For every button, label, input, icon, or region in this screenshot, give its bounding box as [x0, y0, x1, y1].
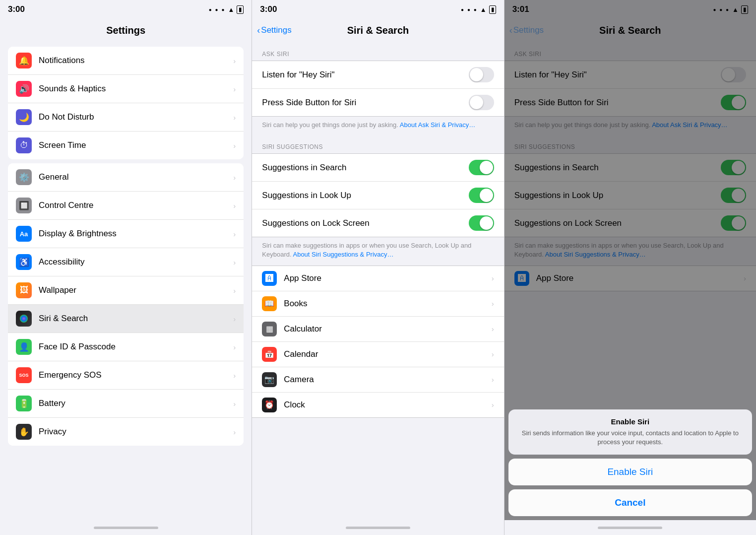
time-2: 3:00: [260, 4, 277, 14]
notifications-icon: 🔔: [16, 53, 32, 68]
settings-row-display[interactable]: Aa Display & Brightness ›: [8, 220, 244, 248]
settings-row-notifications[interactable]: 🔔 Notifications ›: [8, 47, 244, 75]
app-list-group-3: 🅰 App Store ›: [504, 266, 756, 291]
side-button-toggle[interactable]: [469, 95, 494, 110]
battery-icon-1: ▮: [237, 5, 244, 14]
battery-icon: 🔋: [16, 396, 32, 411]
settings-row-screentime[interactable]: ⏱ Screen Time ›: [8, 132, 244, 159]
clock-icon: ⏰: [262, 398, 277, 412]
settings-row-controlcentre[interactable]: 🔲 Control Centre ›: [8, 192, 244, 220]
settings-row-siri[interactable]: Siri & Search ›: [8, 305, 244, 333]
camera-icon: 📷: [262, 372, 277, 387]
dnd-label: Do Not Disturb: [39, 112, 233, 122]
books-chevron: ›: [492, 299, 494, 308]
battery-icon-3: ▮: [741, 5, 748, 14]
calculator-name: Calculator: [284, 324, 491, 334]
general-icon: ⚙️: [16, 169, 32, 185]
faceid-icon: 👤: [16, 339, 32, 355]
side-button-row[interactable]: Press Side Button for Siri: [252, 89, 504, 116]
settings-row-sos[interactable]: SOS Emergency SOS ›: [8, 361, 244, 390]
settings-row-dnd[interactable]: 🌙 Do Not Disturb ›: [8, 103, 244, 132]
wifi-icon-1: ▲: [228, 6, 234, 13]
clock-name: Clock: [284, 400, 491, 410]
settings-row-battery[interactable]: 🔋 Battery ›: [8, 390, 244, 418]
suggestions-search-label: Suggestions in Search: [262, 163, 468, 173]
home-bar-2: [346, 527, 410, 529]
hey-siri-toggle-3: [721, 67, 746, 82]
signal-icon-2: ● ● ●: [461, 7, 478, 12]
app-row-clock[interactable]: ⏰ Clock ›: [252, 393, 504, 417]
clock-chevron: ›: [492, 401, 494, 409]
calculator-chevron: ›: [492, 325, 494, 333]
sos-label: Emergency SOS: [39, 370, 233, 380]
siri-icon: [16, 311, 32, 327]
settings-row-wallpaper[interactable]: 🖼 Wallpaper ›: [8, 276, 244, 305]
dnd-icon: 🌙: [16, 109, 32, 125]
ask-siri-desc: Siri can help you get things done just b…: [252, 117, 504, 135]
back-button-2[interactable]: ‹ Settings: [257, 25, 291, 36]
hey-siri-label: Listen for "Hey Siri": [262, 70, 468, 80]
settings-group-2: ⚙️ General › 🔲 Control Centre › Aa Displ…: [8, 163, 244, 446]
suggestions-lockscreen-toggle-3: [721, 215, 746, 231]
ask-siri-group-3: Listen for "Hey Siri" Press Side Button …: [504, 61, 756, 117]
settings-row-general[interactable]: ⚙️ General ›: [8, 163, 244, 192]
side-button-label-3: Press Side Button for Siri: [514, 98, 721, 108]
suggestions-search-row[interactable]: Suggestions in Search: [252, 154, 504, 182]
settings-row-accessibility[interactable]: ♿ Accessibility ›: [8, 248, 244, 276]
controlcentre-chevron: ›: [233, 201, 236, 210]
wallpaper-label: Wallpaper: [39, 285, 233, 295]
camera-chevron: ›: [492, 375, 494, 384]
app-row-camera[interactable]: 📷 Camera ›: [252, 367, 504, 393]
settings-row-privacy[interactable]: ✋ Privacy ›: [8, 418, 244, 446]
sounds-chevron: ›: [233, 85, 236, 93]
siri-suggestions-group-3: Suggestions in Search Suggestions in Loo…: [504, 153, 756, 237]
cancel-label: Cancel: [615, 497, 645, 508]
time-3: 3:01: [512, 4, 529, 14]
home-bar-3: [598, 527, 662, 529]
hey-siri-row-3: Listen for "Hey Siri": [504, 61, 756, 89]
siri-label: Siri & Search: [39, 314, 233, 324]
app-row-calculator[interactable]: ▦ Calculator ›: [252, 317, 504, 342]
sounds-label: Sounds & Haptics: [39, 84, 233, 94]
ask-siri-link[interactable]: About Ask Siri & Privacy…: [400, 121, 475, 129]
display-icon: Aa: [16, 226, 32, 242]
accessibility-icon: ♿: [16, 254, 32, 270]
enable-siri-button[interactable]: Enable Siri: [508, 459, 752, 485]
home-indicator-1: [0, 520, 252, 535]
settings-row-sounds[interactable]: 🔊 Sounds & Haptics ›: [8, 75, 244, 103]
home-indicator-3: [504, 520, 756, 535]
suggestions-lockscreen-row[interactable]: Suggestions on Lock Screen: [252, 209, 504, 237]
siri-suggestions-desc: Siri can make suggestions in apps or whe…: [252, 237, 504, 265]
wallpaper-icon: 🖼: [16, 282, 32, 298]
side-button-label: Press Side Button for Siri: [262, 98, 468, 108]
battery-icon-2: ▮: [489, 5, 496, 14]
notifications-chevron: ›: [233, 57, 236, 65]
settings-list: 🔔 Notifications › 🔊 Sounds & Haptics › 🌙…: [0, 43, 252, 520]
sos-chevron: ›: [233, 371, 236, 380]
suggestions-lookup-row[interactable]: Suggestions in Look Up: [252, 182, 504, 209]
wallpaper-chevron: ›: [233, 286, 236, 295]
suggestions-search-row-3: Suggestions in Search: [504, 154, 756, 182]
siri-search-title: Siri & Search: [347, 25, 409, 36]
controlcentre-icon: 🔲: [16, 198, 32, 213]
siri-search-content: ASK SIRI Listen for "Hey Siri" Press Sid…: [252, 43, 504, 520]
suggestions-search-thumb: [480, 161, 493, 174]
settings-row-faceid[interactable]: 👤 Face ID & Passcode ›: [8, 333, 244, 361]
camera-name: Camera: [284, 375, 491, 385]
hey-siri-toggle[interactable]: [469, 67, 494, 82]
app-row-appstore[interactable]: 🅰 App Store ›: [252, 266, 504, 291]
app-row-calendar[interactable]: 📅 Calendar ›: [252, 342, 504, 367]
suggestions-lockscreen-toggle[interactable]: [469, 215, 494, 231]
siri-suggestions-link[interactable]: About Siri Suggestions & Privacy…: [293, 251, 393, 258]
back-arrow-2: ‹: [257, 25, 260, 36]
app-row-books[interactable]: 📖 Books ›: [252, 291, 504, 317]
appstore-chevron: ›: [492, 274, 494, 282]
privacy-icon: ✋: [16, 424, 32, 440]
action-sheet-info: Enable Siri Siri sends information like …: [508, 409, 752, 455]
cancel-button[interactable]: Cancel: [508, 489, 752, 516]
app-list-group: 🅰 App Store › 📖 Books › ▦ Calculator › 📅…: [252, 266, 504, 418]
enable-siri-label: Enable Siri: [607, 467, 653, 477]
suggestions-search-toggle[interactable]: [469, 160, 494, 175]
hey-siri-row[interactable]: Listen for "Hey Siri": [252, 61, 504, 89]
suggestions-lookup-toggle[interactable]: [469, 188, 494, 203]
